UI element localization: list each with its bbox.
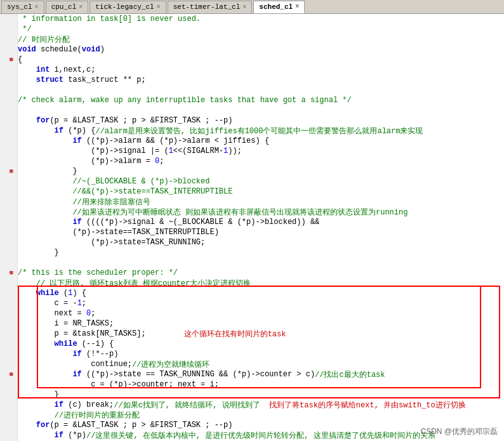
tab-label: sys_cl — [7, 3, 32, 11]
tab-set-timer[interactable]: set-timer-lat_cl × — [168, 1, 253, 13]
ln-3 — [0, 34, 15, 44]
tab-label: cpu_cl — [51, 3, 77, 11]
code-line-16: } — [18, 166, 504, 176]
ln-5: ■ — [0, 55, 15, 65]
code-line-17: //~(_BLOCKABLE & (*p)->blocked — [18, 176, 504, 187]
code-line-15: (*p)->alarm = 0; — [18, 156, 504, 166]
code-line-8 — [18, 85, 504, 95]
tab-label: tick-legacy_cl — [95, 3, 154, 11]
ln-32 — [0, 329, 15, 339]
editor: ■ ■ ■ — [0, 14, 504, 441]
ln-2 — [0, 24, 15, 34]
ln-13 — [0, 136, 15, 146]
code-line-3: // 时间片分配 — [18, 34, 504, 44]
ln-10 — [0, 105, 15, 115]
ln-14 — [0, 146, 15, 156]
code-line-35: continue;//进程为空就继续循环 — [18, 359, 504, 369]
code-line-7: struct task_struct ** p; — [18, 75, 504, 85]
ln-30 — [0, 308, 15, 319]
code-line-39: if (c) break;//如果c找到了, 就终结循环, 说明找到了 找到了将… — [18, 400, 504, 410]
ln-11 — [0, 115, 15, 126]
tab-tick-legacy[interactable]: tick-legacy_cl × — [90, 1, 166, 13]
ln-20 — [0, 207, 15, 217]
ln-38 — [0, 390, 15, 400]
code-line-6: int i,next,c; — [18, 65, 504, 75]
ln-4 — [0, 44, 15, 55]
code-line-20: //如果该进程为可中断睡眠状态 则如果该进程有非屏蔽信号出现就将该进程的状态设置… — [18, 207, 504, 217]
code-line-34: if (!*--p) — [18, 349, 504, 359]
ln-24 — [0, 247, 15, 258]
ln-17 — [0, 176, 15, 187]
code-line-32: p = &task[NR_TASKS]; 这个循环在找有时间片的task — [18, 329, 504, 339]
ln-12 — [0, 126, 15, 136]
tab-close-sys[interactable]: × — [35, 4, 39, 11]
code-line-4: void schedule(void) — [18, 44, 504, 55]
code-line-27: // 以下思路, 循环task列表 根据counter大小决定进程切换 — [18, 278, 504, 288]
ln-42 — [0, 430, 15, 440]
code-line-22: (*p)->state==TASK_INTERRUPTIBLE) — [18, 227, 504, 237]
tab-label: sched_cl — [259, 3, 293, 11]
code-line-13: if ((*p)->alarm && (*p)->alarm < jiffies… — [18, 136, 504, 146]
ln-26: ■ — [0, 268, 15, 278]
code-line-29: c = -1; — [18, 298, 504, 308]
tab-bar[interactable]: sys_cl × cpu_cl × tick-legacy_cl × set-t… — [0, 0, 504, 14]
ln-28 — [0, 288, 15, 298]
code-line-30: next = 0; — [18, 308, 504, 319]
annotation-task-loop: 这个循环在找有时间片的task — [184, 329, 286, 339]
ln-39 — [0, 400, 15, 410]
ln-34 — [0, 349, 15, 359]
code-line-1: * information in task[0] is never used. — [18, 14, 504, 24]
ln-27 — [0, 278, 15, 288]
code-line-19: //用来排除非阻塞信号 — [18, 197, 504, 207]
tab-close-sched[interactable]: × — [295, 3, 299, 10]
ln-22 — [0, 227, 15, 237]
code-line-36: if ((*p)->state == TASK_RUNNING && (*p)-… — [18, 369, 504, 379]
tab-label: set-timer-lat_cl — [173, 3, 241, 11]
code-line-37: c = (*p)->counter; next = i; — [18, 379, 504, 390]
code-line-40: //进行时间片的重新分配 — [18, 410, 504, 420]
code-line-31: i = NR_TASKS; — [18, 319, 504, 329]
code-line-23: (*p)->state=TASK_RUNNING; — [18, 237, 504, 247]
app-window: sys_cl × cpu_cl × tick-legacy_cl × set-t… — [0, 0, 504, 441]
code-line-5: { — [18, 55, 504, 65]
watermark: CSDN @优秀的邓宗磊 — [420, 426, 498, 437]
ln-19 — [0, 197, 15, 207]
annotation-switch-to: 找到了将task的序号赋给next, 并由swith_to进行切换 — [260, 400, 466, 411]
code-line-38: } — [18, 390, 504, 400]
tab-close-timer[interactable]: × — [242, 4, 246, 11]
code-line-28: while (1) { — [18, 288, 504, 298]
ln-15 — [0, 156, 15, 166]
tab-sched-cl[interactable]: sched_cl × — [253, 1, 305, 13]
code-line-24: } — [18, 247, 504, 258]
ln-16: ■ — [0, 166, 15, 176]
code-line-10 — [18, 105, 504, 115]
code-line-11: for(p = &LAST_TASK ; p > &FIRST_TASK ; -… — [18, 115, 504, 126]
tab-close-cpu[interactable]: × — [79, 4, 83, 11]
ln-35 — [0, 359, 15, 369]
ln-36: ■ — [0, 369, 15, 379]
code-line-12: if (*p) {//alarm是用来设置警告, 比如jiffies有1000个… — [18, 126, 504, 136]
code-content[interactable]: * information in task[0] is never used. … — [18, 14, 504, 441]
code-lines-wrapper: * information in task[0] is never used. … — [18, 14, 504, 441]
ln-29 — [0, 298, 15, 308]
ln-6 — [0, 65, 15, 75]
ln-23 — [0, 237, 15, 247]
line-numbers: ■ ■ ■ — [0, 14, 18, 441]
ln-41 — [0, 420, 15, 430]
tab-sys-cl[interactable]: sys_cl × — [1, 1, 44, 13]
ln-8 — [0, 85, 15, 95]
ln-21 — [0, 217, 15, 227]
code-line-18: //&&(*p)->state==TASK_INTERRUPTIBLE — [18, 187, 504, 197]
ln-33 — [0, 339, 15, 349]
tab-close-tick[interactable]: × — [157, 4, 161, 11]
ln-31 — [0, 319, 15, 329]
ln-1 — [0, 14, 15, 24]
ln-7 — [0, 75, 15, 85]
tab-cpu-cl[interactable]: cpu_cl × — [46, 1, 89, 13]
code-line-26: /* this is the scheduler proper: */ — [18, 268, 504, 278]
code-line-14: (*p)->signal |= (1<<(SIGALRM-1)); — [18, 146, 504, 156]
code-line-33: while (--i) { — [18, 339, 504, 349]
code-line-25 — [18, 258, 504, 268]
ln-40 — [0, 410, 15, 420]
code-line-9: /* check alarm, wake up any interruptibl… — [18, 95, 504, 105]
